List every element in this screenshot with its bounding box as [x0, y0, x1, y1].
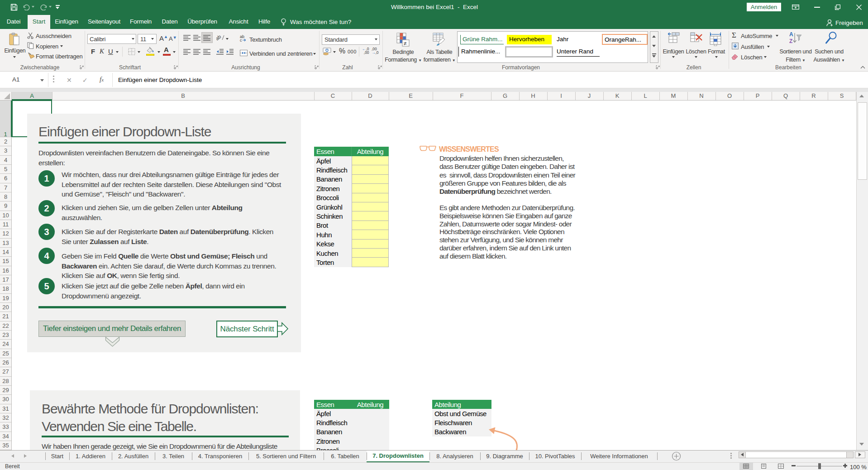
svg-text:≠: ≠ — [404, 40, 407, 47]
svg-text:A: A — [789, 31, 793, 38]
svg-text:Z: Z — [789, 38, 792, 44]
svg-text:c: c — [240, 38, 242, 42]
svg-text:ab: ab — [216, 34, 222, 41]
